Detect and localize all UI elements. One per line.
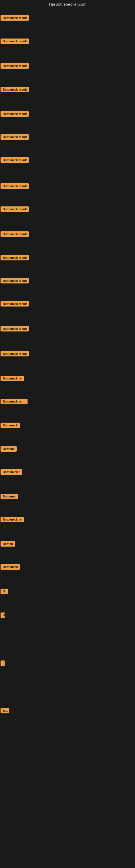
bottleneck-badge-22[interactable]: Bottleneck re	[1, 517, 24, 522]
bottleneck-badge-2[interactable]: Bottleneck result	[1, 38, 29, 44]
bottleneck-badge-9[interactable]: Bottleneck result	[1, 207, 29, 212]
bottleneck-badge-25[interactable]: Bo	[1, 589, 8, 594]
result-row-12: Bottleneck result	[1, 278, 29, 284]
result-row-1: Bottleneck result	[1, 15, 29, 22]
bottleneck-badge-14[interactable]: Bottleneck result	[1, 326, 29, 332]
result-row-22: Bottleneck re	[1, 517, 24, 523]
result-row-15: Bottleneck result	[1, 351, 29, 358]
result-row-13: Bottleneck result	[1, 301, 29, 308]
bottleneck-badge-28[interactable]: |	[1, 660, 5, 666]
bottleneck-badge-11[interactable]: Bottleneck result	[1, 255, 29, 260]
bottleneck-badge-26[interactable]: B	[1, 613, 5, 618]
bottleneck-badge-13[interactable]: Bottleneck result	[1, 301, 29, 307]
bottleneck-badge-4[interactable]: Bottleneck result	[1, 87, 29, 92]
bottleneck-badge-21[interactable]: Bottlenec	[1, 494, 18, 499]
bottleneck-badge-8[interactable]: Bottleneck result	[1, 183, 29, 189]
bottleneck-badge-7[interactable]: Bottleneck result	[1, 157, 29, 163]
result-row-30: Bott	[1, 708, 9, 714]
result-row-9: Bottleneck result	[1, 207, 29, 213]
bottleneck-badge-15[interactable]: Bottleneck result	[1, 351, 29, 356]
bottleneck-badge-6[interactable]: Bottleneck result	[1, 134, 29, 140]
bottleneck-badge-24[interactable]: Bottleneck	[1, 564, 20, 569]
result-row-25: Bo	[1, 589, 8, 595]
result-row-8: Bottleneck result	[1, 183, 29, 190]
result-row-11: Bottleneck result	[1, 255, 29, 261]
result-row-4: Bottleneck result	[1, 87, 29, 93]
bottleneck-badge-23[interactable]: Bottlen	[1, 541, 15, 547]
result-row-2: Bottleneck result	[1, 38, 29, 45]
bottleneck-badge-3[interactable]: Bottleneck result	[1, 63, 29, 69]
bottleneck-badge-18[interactable]: Bottleneck	[1, 423, 20, 428]
bottleneck-badge-19[interactable]: Bottlene	[1, 446, 17, 452]
bottleneck-badge-20[interactable]: Bottleneck r	[1, 469, 22, 475]
result-row-7: Bottleneck result	[1, 157, 29, 164]
result-row-26: B	[1, 613, 5, 619]
result-row-10: Bottleneck result	[1, 231, 29, 238]
result-row-6: Bottleneck result	[1, 134, 29, 141]
result-row-18: Bottleneck	[1, 423, 20, 429]
bottleneck-badge-1[interactable]: Bottleneck result	[1, 15, 29, 21]
result-row-20: Bottleneck r	[1, 469, 22, 476]
result-row-5: Bottleneck result	[1, 111, 29, 118]
site-title: TheBottlenecker.com	[0, 0, 135, 9]
result-row-19: Bottlene	[1, 446, 17, 453]
result-row-14: Bottleneck result	[1, 326, 29, 333]
bottleneck-badge-16[interactable]: Bottleneck re	[1, 376, 24, 381]
bottleneck-badge-5[interactable]: Bottleneck result	[1, 111, 29, 117]
result-row-17: Bottleneck resul	[1, 399, 28, 405]
result-row-16: Bottleneck re	[1, 376, 24, 382]
bottleneck-badge-10[interactable]: Bottleneck result	[1, 231, 29, 237]
result-row-24: Bottleneck	[1, 564, 20, 571]
bottleneck-badge-12[interactable]: Bottleneck result	[1, 278, 29, 283]
bottleneck-badge-17[interactable]: Bottleneck resul	[1, 399, 28, 404]
result-row-3: Bottleneck result	[1, 63, 29, 70]
result-row-23: Bottlen	[1, 541, 15, 548]
result-row-28: |	[1, 660, 5, 667]
bottleneck-badge-30[interactable]: Bott	[1, 708, 9, 713]
result-row-21: Bottlenec	[1, 494, 18, 500]
